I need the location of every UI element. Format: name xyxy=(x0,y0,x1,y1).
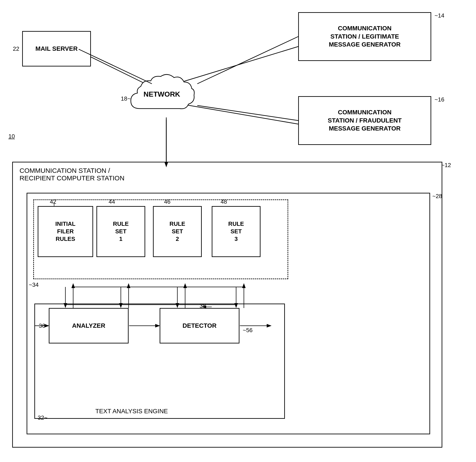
diagram-container: 22 MAIL SERVER ~14 COMMUNICATIONSTATION … xyxy=(0,0,476,462)
ref-46: 46 xyxy=(164,198,170,205)
rule-set-2-box: RULESET2 xyxy=(153,206,202,257)
ref-16: ~16 xyxy=(434,96,444,103)
ref-44: 44 xyxy=(109,198,115,205)
text-analysis-engine-label: TEXT ANALYSIS ENGINE xyxy=(95,408,168,415)
rule-set-1-box: RULESET1 xyxy=(96,206,145,257)
detector-box: DETECTOR xyxy=(160,308,239,344)
network-cloud: NETWORK xyxy=(126,69,197,120)
svg-line-1 xyxy=(182,47,298,82)
rule-set-3-box: RULESET3 xyxy=(212,206,261,257)
analyzer-box: ANALYZER xyxy=(49,308,128,344)
svg-line-32 xyxy=(197,37,298,84)
ref-42: 42 xyxy=(50,198,56,205)
comm-legitimate-box: COMMUNICATIONSTATION / LEGITIMATEMESSAGE… xyxy=(298,12,431,61)
svg-marker-28 xyxy=(202,306,206,308)
initial-filer-box: INITIALFILERRULES xyxy=(38,206,93,257)
ref-14: ~14 xyxy=(434,12,444,19)
svg-line-33 xyxy=(197,105,298,121)
svg-line-2 xyxy=(182,104,298,124)
mail-server-box: MAIL SERVER xyxy=(22,31,91,67)
ref-48: 48 xyxy=(221,198,227,205)
ref-56: ~56 xyxy=(243,327,253,334)
comm-fraudulent-box: COMMUNICATIONSTATION / FRAUDULENTMESSAGE… xyxy=(298,96,431,145)
ref-28: ~28 xyxy=(432,193,442,200)
ref-34: ~34 xyxy=(29,281,39,288)
ref-22: 22 xyxy=(13,45,19,52)
ref-10: 10 xyxy=(8,133,15,140)
recipient-station-label: COMMUNICATION STATION /RECIPIENT COMPUTE… xyxy=(19,167,124,182)
ref-36: 36~ xyxy=(39,322,49,329)
ref-32: 32~ xyxy=(38,414,47,421)
ref-12: ~12 xyxy=(441,162,451,169)
ref-18: 18~ xyxy=(121,95,131,102)
